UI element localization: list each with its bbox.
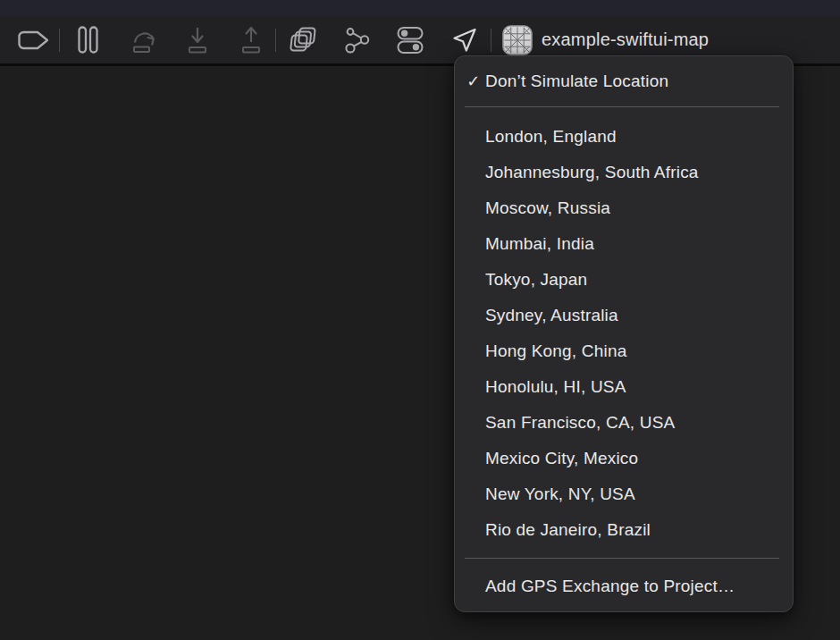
menu-item-city[interactable]: San Francisco, CA, USA — [455, 405, 793, 441]
toolbar-divider — [491, 29, 491, 52]
menu-item-city[interactable]: Hong Kong, China — [455, 333, 793, 369]
menu-item-city[interactable]: Moscow, Russia — [455, 190, 793, 226]
menu-item-label: Tokyo, Japan — [485, 270, 587, 290]
step-into-icon — [184, 26, 211, 55]
menu-item-city[interactable]: Rio de Janeiro, Brazil — [455, 512, 793, 548]
debug-memory-graph-button[interactable] — [340, 15, 373, 65]
app-wireframe-icon — [501, 24, 533, 56]
checkmark-icon: ✓ — [465, 72, 483, 90]
menu-item-city[interactable]: Johannesburg, South Africa — [455, 155, 793, 190]
step-out-button[interactable] — [235, 15, 267, 65]
menu-item-label: Moscow, Russia — [485, 198, 610, 218]
menu-item-city[interactable]: London, England — [455, 119, 793, 155]
menu-item-city[interactable]: Mexico City, Mexico — [455, 441, 793, 476]
environment-overrides-button[interactable] — [394, 15, 426, 65]
location-arrow-icon — [451, 27, 478, 54]
menu-item-label: Add GPS Exchange to Project… — [485, 577, 735, 596]
toolbar-divider — [59, 29, 60, 52]
menu-item-label: Mexico City, Mexico — [485, 449, 638, 468]
menu-item-label: San Francisco, CA, USA — [485, 413, 675, 433]
menu-item-city[interactable]: Mumbai, India — [455, 226, 793, 262]
pause-execution-button[interactable] — [71, 15, 104, 65]
menu-item-label: Hong Kong, China — [485, 341, 626, 361]
menu-item-add-gps-exchange[interactable]: Add GPS Exchange to Project… — [455, 568, 793, 604]
menu-item-label: Johannesburg, South Africa — [485, 163, 699, 182]
menu-divider — [465, 106, 779, 107]
step-over-icon — [130, 27, 158, 54]
step-out-icon — [238, 26, 265, 55]
toolbar-divider — [275, 29, 276, 52]
menu-item-city[interactable]: Sydney, Australia — [455, 298, 793, 333]
step-into-button[interactable] — [181, 15, 214, 65]
process-name-label: example-swiftui-map — [542, 29, 709, 50]
menu-item-dont-simulate-location[interactable]: ✓ Don’t Simulate Location — [455, 63, 793, 99]
simulate-location-menu: ✓ Don’t Simulate Location London, Englan… — [454, 55, 794, 612]
menu-item-city[interactable]: Honolulu, HI, USA — [455, 369, 793, 405]
memory-graph-icon — [342, 26, 372, 55]
view-hierarchy-layers-icon — [288, 26, 318, 55]
menu-item-city[interactable]: Tokyo, Japan — [455, 262, 793, 298]
step-over-button[interactable] — [128, 15, 160, 65]
window-titlebar-strip — [0, 0, 840, 16]
menu-item-label: Honolulu, HI, USA — [485, 377, 626, 397]
breakpoints-toggle-button[interactable] — [18, 15, 50, 65]
breakpoint-tag-icon — [18, 30, 50, 50]
menu-item-label: Mumbai, India — [485, 234, 594, 254]
menu-item-label: Rio de Janeiro, Brazil — [485, 520, 651, 540]
menu-item-label: London, England — [485, 127, 617, 147]
menu-item-label: New York, NY, USA — [485, 484, 635, 504]
menu-item-label: Don’t Simulate Location — [485, 72, 668, 91]
menu-divider — [465, 558, 779, 559]
debug-view-hierarchy-button[interactable] — [287, 15, 319, 65]
pause-icon — [78, 26, 98, 54]
environment-overrides-toggles-icon — [397, 26, 424, 55]
menu-item-city[interactable]: New York, NY, USA — [455, 476, 793, 512]
menu-item-label: Sydney, Australia — [485, 306, 618, 325]
